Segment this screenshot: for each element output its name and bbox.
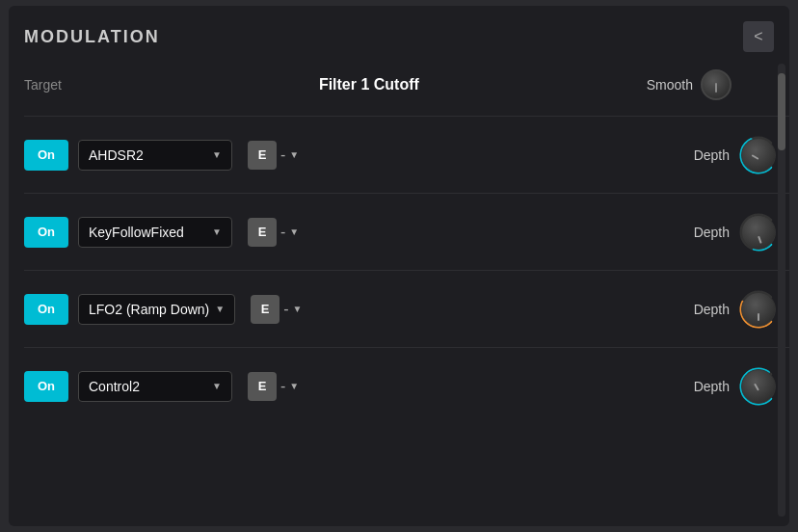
mod-rows: OnAHDSR2▼E-▼DepthOnKeyFollowFixed▼E-▼Dep… [24,116,789,424]
on-button-2[interactable]: On [24,217,68,248]
target-row: Target Filter 1 Cutoff Smooth [24,69,789,100]
on-button-4[interactable]: On [24,371,68,402]
depth-knob-inner-3 [741,292,776,327]
depth-label-1: Depth [694,147,730,163]
mod-row-3: OnLFO2 (Ramp Down)▼E-▼Depth [24,270,789,347]
depth-knob-4[interactable] [737,365,780,408]
small-chevron-icon-4[interactable]: ▼ [289,381,299,391]
depth-knob-inner-2 [741,215,776,250]
controls-group-4: E-▼ [240,372,299,401]
scrollbar-thumb[interactable] [778,73,785,150]
chevron-down-icon: ▼ [212,226,222,237]
mod-row-2: OnKeyFollowFixed▼E-▼Depth [24,193,789,270]
chevron-down-icon: ▼ [215,304,225,314]
controls-group-1: E-▼ [240,141,299,170]
small-chevron-icon-1[interactable]: ▼ [289,149,299,160]
target-value: Filter 1 Cutoff [92,76,647,93]
knob-indicator-2 [758,235,762,243]
smooth-knob-wrap [701,69,732,100]
dash-label-4: - [280,378,285,395]
depth-label-4: Depth [694,379,730,394]
depth-knob-1[interactable] [737,134,780,176]
e-button-1[interactable]: E [248,141,277,170]
modulation-panel: MODULATION < Target Filter 1 Cutoff Smoo… [9,6,789,526]
on-button-1[interactable]: On [24,140,68,171]
controls-group-2: E-▼ [240,218,299,247]
source-name-1: AHDSR2 [89,147,206,163]
depth-knob-2[interactable] [737,211,780,253]
depth-knob-inner-4 [741,369,776,404]
source-select-3[interactable]: LFO2 (Ramp Down)▼ [78,294,235,325]
chevron-down-icon: ▼ [212,381,222,391]
smooth-label: Smooth [647,77,693,93]
knob-indicator-3 [758,313,759,321]
depth-knob-inner-1 [741,138,776,173]
dash-label-3: - [283,301,288,318]
dash-label-1: - [280,146,285,164]
e-button-4[interactable]: E [248,372,277,401]
mod-row-4: OnControl2▼E-▼Depth [24,347,789,424]
knob-indicator-4 [754,383,759,390]
on-button-3[interactable]: On [24,294,68,325]
depth-knob-3[interactable] [737,288,780,331]
e-button-2[interactable]: E [248,218,277,247]
small-chevron-icon-3[interactable]: ▼ [293,304,303,314]
chevron-down-icon: ▼ [212,149,222,160]
dash-label-2: - [280,224,285,241]
controls-group-3: E-▼ [243,295,302,324]
small-chevron-icon-2[interactable]: ▼ [289,226,299,237]
source-select-2[interactable]: KeyFollowFixed▼ [78,217,232,248]
source-select-4[interactable]: Control2▼ [78,371,232,402]
source-name-2: KeyFollowFixed [89,225,206,240]
mod-row-1: OnAHDSR2▼E-▼Depth [24,116,789,193]
panel-title: MODULATION [24,27,160,47]
collapse-button[interactable]: < [743,21,774,52]
e-button-3[interactable]: E [251,295,279,324]
source-name-4: Control2 [89,379,206,394]
panel-header: MODULATION < [24,21,789,52]
depth-label-2: Depth [694,225,730,240]
scrollbar[interactable] [778,64,785,517]
source-select-1[interactable]: AHDSR2▼ [78,140,232,171]
source-name-3: LFO2 (Ramp Down) [89,302,209,317]
smooth-knob[interactable] [701,69,732,100]
depth-label-3: Depth [694,302,730,317]
knob-indicator-1 [752,154,759,160]
target-label: Target [24,77,92,93]
